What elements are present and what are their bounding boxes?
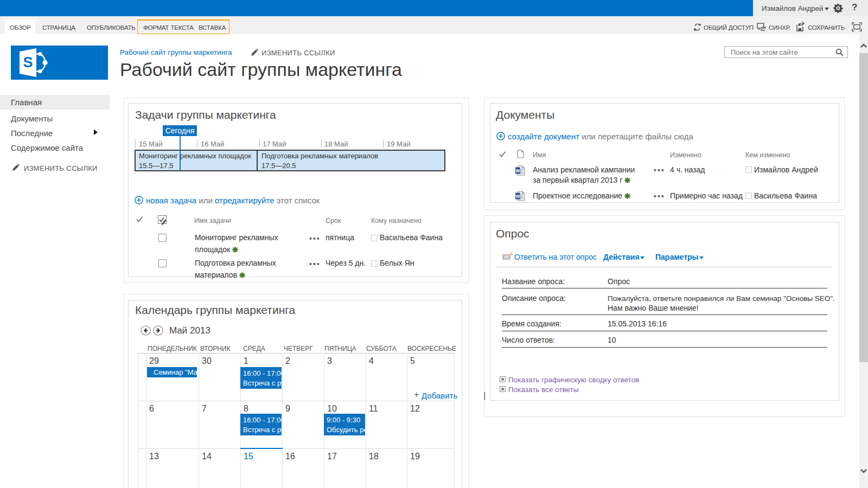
svg-text:W: W — [515, 168, 520, 174]
svg-text:S: S — [23, 54, 33, 70]
svg-text:W: W — [515, 194, 520, 199]
